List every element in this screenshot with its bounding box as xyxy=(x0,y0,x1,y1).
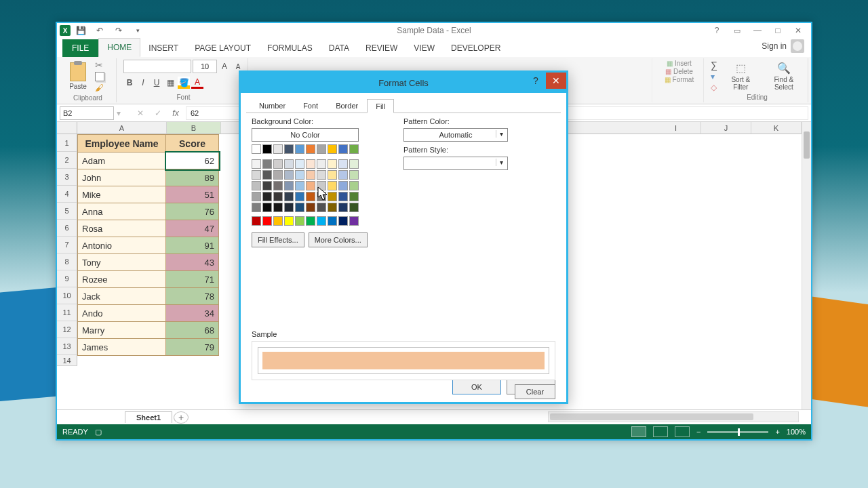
color-swatch[interactable] xyxy=(328,170,337,180)
color-swatch[interactable] xyxy=(349,216,359,226)
enter-formula-icon[interactable]: ✓ xyxy=(151,108,165,118)
color-swatch[interactable] xyxy=(306,144,315,154)
row-head[interactable]: 5 xyxy=(57,203,77,220)
col-head-i[interactable]: I xyxy=(651,122,701,134)
color-swatch[interactable] xyxy=(306,192,315,201)
color-swatch[interactable] xyxy=(262,192,272,201)
find-select-button[interactable]: 🔍 Find & Select xyxy=(764,60,804,92)
color-swatch[interactable] xyxy=(295,203,304,212)
color-swatch[interactable] xyxy=(338,181,348,190)
insert-cells-button[interactable]: ▦ Insert xyxy=(667,60,692,67)
redo-icon[interactable]: ↷ xyxy=(110,24,127,37)
color-swatch[interactable] xyxy=(295,181,304,190)
color-swatch[interactable] xyxy=(273,216,283,226)
clear-button[interactable]: Clear xyxy=(515,384,555,399)
cell-score[interactable]: 78 xyxy=(166,288,219,305)
color-swatch[interactable] xyxy=(317,181,326,190)
row-head[interactable]: 14 xyxy=(57,355,77,366)
color-swatch[interactable] xyxy=(328,144,337,154)
color-swatch[interactable] xyxy=(306,159,315,169)
color-swatch[interactable] xyxy=(262,170,272,180)
tab-data[interactable]: DATA xyxy=(321,39,357,57)
ribbon-options-icon[interactable]: ▭ xyxy=(727,24,747,37)
cell-score[interactable]: 89 xyxy=(166,169,219,186)
color-swatch[interactable] xyxy=(338,144,348,154)
row-head[interactable]: 6 xyxy=(57,220,77,237)
color-swatch[interactable] xyxy=(317,144,326,154)
color-swatch[interactable] xyxy=(338,159,348,169)
color-swatch[interactable] xyxy=(349,170,359,180)
cell-name[interactable]: John xyxy=(78,169,166,186)
row-head[interactable]: 1 xyxy=(57,134,77,152)
tab-view[interactable]: VIEW xyxy=(406,39,443,57)
dialog-tab-border[interactable]: Border xyxy=(327,98,367,113)
color-swatch[interactable] xyxy=(306,216,315,226)
page-break-view-icon[interactable] xyxy=(675,426,690,437)
name-box[interactable]: B2 xyxy=(60,106,114,120)
row-head[interactable]: 3 xyxy=(57,169,77,186)
color-swatch[interactable] xyxy=(306,170,315,180)
color-swatch[interactable] xyxy=(284,203,294,212)
tab-home[interactable]: HOME xyxy=(98,38,140,57)
color-swatch[interactable] xyxy=(284,181,294,190)
sign-in-link[interactable]: Sign in xyxy=(755,35,811,57)
cell-name[interactable]: Mike xyxy=(78,186,166,203)
sort-filter-button[interactable]: ⬚ Sort & Filter xyxy=(723,60,759,92)
color-swatch[interactable] xyxy=(338,216,348,226)
color-swatch[interactable] xyxy=(252,203,261,212)
color-swatch[interactable] xyxy=(262,159,272,169)
select-all-corner[interactable] xyxy=(57,122,77,134)
delete-cells-button[interactable]: ▦ Delete xyxy=(665,68,693,75)
more-colors-button[interactable]: More Colors... xyxy=(309,232,368,247)
cell-score[interactable]: 91 xyxy=(166,237,219,254)
cut-icon[interactable]: ✂ xyxy=(95,60,106,70)
color-swatch[interactable] xyxy=(273,144,283,154)
dialog-tab-font[interactable]: Font xyxy=(294,98,327,113)
zoom-level[interactable]: 100% xyxy=(787,428,806,436)
color-swatch[interactable] xyxy=(273,181,283,190)
minimize-icon[interactable]: — xyxy=(747,24,768,37)
font-color-icon[interactable]: A xyxy=(191,77,203,89)
cell-score[interactable]: 71 xyxy=(166,271,219,288)
tab-page-layout[interactable]: PAGE LAYOUT xyxy=(186,39,259,57)
tab-developer[interactable]: DEVELOPER xyxy=(443,39,509,57)
copy-icon[interactable] xyxy=(95,72,104,81)
color-swatch[interactable] xyxy=(328,159,337,169)
color-swatch[interactable] xyxy=(338,170,348,180)
cell-score[interactable]: 76 xyxy=(166,203,219,220)
cell-score[interactable]: 62 xyxy=(166,152,219,169)
font-name-combo[interactable] xyxy=(123,60,191,73)
cell-score[interactable]: 34 xyxy=(166,305,219,322)
cell-name[interactable]: Rosa xyxy=(78,220,166,237)
header-score[interactable]: Score xyxy=(166,135,219,152)
row-head[interactable]: 10 xyxy=(57,287,77,304)
color-swatch[interactable] xyxy=(295,216,304,226)
color-swatch[interactable] xyxy=(317,192,326,201)
ok-button[interactable]: OK xyxy=(452,380,501,394)
color-swatch[interactable] xyxy=(349,159,359,169)
color-swatch[interactable] xyxy=(284,216,294,226)
fill-effects-button[interactable]: Fill Effects... xyxy=(252,232,304,247)
color-swatch[interactable] xyxy=(252,192,261,201)
dialog-tab-number[interactable]: Number xyxy=(250,98,294,113)
cell-score[interactable]: 47 xyxy=(166,220,219,237)
color-swatch[interactable] xyxy=(295,144,304,154)
fill-icon[interactable]: ▾ xyxy=(711,72,717,81)
tab-insert[interactable]: INSERT xyxy=(140,39,186,57)
horizontal-scrollbar[interactable] xyxy=(548,411,799,422)
normal-view-icon[interactable] xyxy=(631,426,646,437)
save-icon[interactable]: 💾 xyxy=(72,24,90,37)
bold-button[interactable]: B xyxy=(123,77,136,89)
color-swatch[interactable] xyxy=(306,203,315,212)
tab-formulas[interactable]: FORMULAS xyxy=(259,39,321,57)
color-swatch[interactable] xyxy=(306,181,315,190)
color-swatch[interactable] xyxy=(262,216,272,226)
cell-name[interactable]: Anna xyxy=(78,203,166,220)
color-swatch[interactable] xyxy=(273,203,283,212)
color-swatch[interactable] xyxy=(317,170,326,180)
color-swatch[interactable] xyxy=(262,203,272,212)
color-swatch[interactable] xyxy=(262,181,272,190)
macro-record-icon[interactable]: ▢ xyxy=(95,428,102,436)
page-layout-view-icon[interactable] xyxy=(653,426,668,437)
color-swatch[interactable] xyxy=(349,144,359,154)
